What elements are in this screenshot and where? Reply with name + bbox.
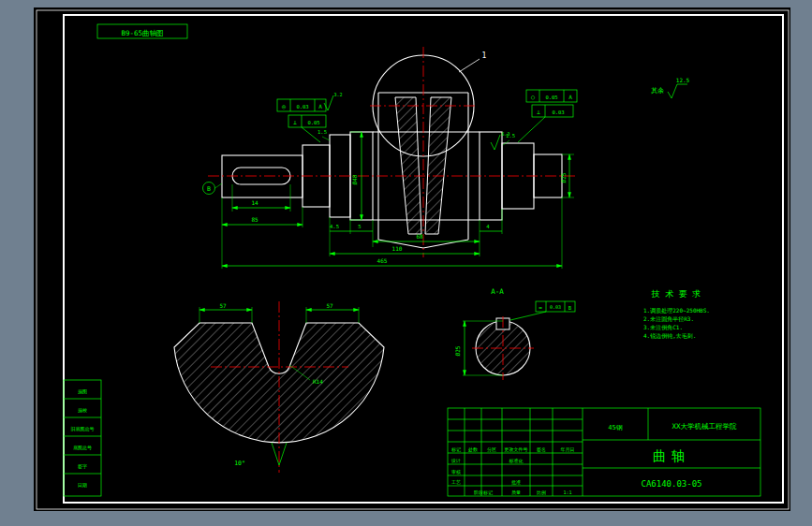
tolerance-value: 0.05 <box>545 95 557 100</box>
tolerance-value: 0.05 <box>307 120 319 125</box>
section-label: A-A <box>491 287 504 296</box>
notes-title: 技 术 要 求 <box>651 289 701 299</box>
tolerance-symbol: ◎ <box>282 103 286 110</box>
tolerance-symbol: ⊥ <box>293 119 297 126</box>
role-approve: 批准 <box>511 479 521 486</box>
dim-step1: 4.5 <box>330 224 339 229</box>
role-standardization: 标准化 <box>509 458 524 464</box>
margin-row: 底图总号 <box>73 445 92 451</box>
drawing-number: CA6140.03-05 <box>641 479 701 489</box>
rev-header: 更改文件号 <box>505 446 528 452</box>
roughness-value: 3.2 <box>333 92 342 97</box>
rev-header: 年月日 <box>561 446 575 453</box>
rev-header: 签名 <box>537 446 546 453</box>
surface-note-prefix: 其余 <box>651 87 664 95</box>
header-box-label: B9-65曲轴图 <box>121 29 163 37</box>
note-item: 3.未注倒角C1. <box>643 324 683 331</box>
tolerance-value: 0.03 <box>550 304 561 310</box>
margin-row: 签字 <box>78 463 87 470</box>
dim-web-length: 68 <box>416 233 423 240</box>
tolerance-symbol: = <box>539 304 542 311</box>
dim-chamfer-left: 1.5 <box>317 129 327 135</box>
dim-keyway: 14 <box>251 199 258 206</box>
rev-header: 分区 <box>487 446 496 452</box>
role-check: 审核 <box>451 469 461 475</box>
dim-web-right: 57 <box>326 302 333 309</box>
role-design: 设计 <box>450 458 461 463</box>
rev-header: 处数 <box>468 446 478 453</box>
stage-label: 阶段标记 <box>474 489 493 496</box>
margin-row: 描图 <box>78 388 87 395</box>
material-value: 45钢 <box>608 424 622 431</box>
dim-left-length: 85 <box>251 216 258 223</box>
note-item: 2.未注圆角半径R3. <box>643 315 694 323</box>
dim-web-left: 57 <box>219 302 227 309</box>
scale-label: 比例 <box>537 489 546 496</box>
note-item: 1.调质处理220~250HBS. <box>643 307 710 314</box>
tolerance-value: 0.03 <box>296 104 308 110</box>
role-process: 工艺 <box>451 479 461 485</box>
note-item: 4.锐边倒钝,去毛刺. <box>643 332 696 340</box>
dim-angle: 10° <box>234 460 245 467</box>
margin-row: 日期 <box>78 482 87 489</box>
dim-step2: 5 <box>358 224 361 229</box>
balloon-number: 1 <box>482 51 487 60</box>
dim-mid-length: 110 <box>392 245 403 252</box>
tolerance-symbol: ⊥ <box>537 109 540 116</box>
dim-section-diameter: Ø25 <box>454 345 461 356</box>
weight-label: 质量 <box>511 489 521 495</box>
surface-note-value: 12.5 <box>676 77 690 83</box>
roughness-value: 6.3 <box>501 131 509 137</box>
drawing-canvas: B9-65曲轴图 其余 12.5 1 <box>0 0 812 526</box>
margin-row: 描校 <box>78 407 87 414</box>
tolerance-datum: A <box>568 94 572 100</box>
tolerance-datum: A <box>318 103 322 110</box>
datum-letter: B <box>207 185 211 193</box>
dim-overall-length: 465 <box>377 257 388 264</box>
margin-row: 旧底图总号 <box>71 426 95 432</box>
part-name: 曲轴 <box>653 448 690 463</box>
tolerance-symbol: ○ <box>531 94 535 101</box>
scale-value: 1:1 <box>563 489 571 495</box>
dim-diameter-mid: Ø48 <box>351 174 358 184</box>
tolerance-value: 0.03 <box>552 110 564 115</box>
rev-header: 标记 <box>450 446 461 453</box>
cad-viewport: B9-65曲轴图 其余 12.5 1 <box>0 0 812 526</box>
organization-name: XX大学机械工程学院 <box>672 422 737 431</box>
dim-radius: R14 <box>313 378 323 385</box>
dim-diameter-right: Ø25 <box>560 172 567 183</box>
